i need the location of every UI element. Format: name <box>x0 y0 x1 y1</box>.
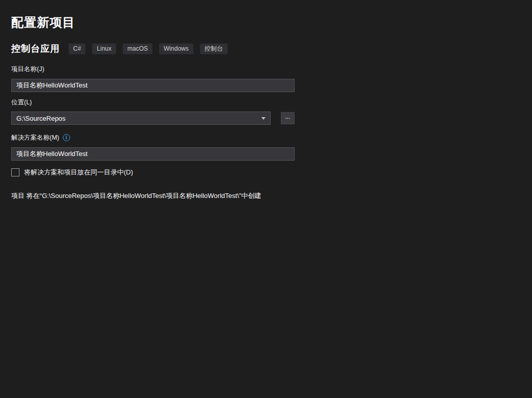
tag-windows: Windows <box>159 43 193 54</box>
location-combobox-value: G:\SourceRepos <box>16 115 65 122</box>
template-name: 控制台应用 <box>11 43 60 54</box>
location-row: G:\SourceRepos ... <box>11 112 295 125</box>
tag-console: 控制台 <box>200 43 228 54</box>
template-tag-list: C# Linux macOS Windows 控制台 <box>69 43 228 54</box>
page-title: 配置新项目 <box>11 15 532 30</box>
browse-location-button[interactable]: ... <box>281 112 295 124</box>
project-name-input[interactable] <box>11 79 295 92</box>
project-name-label: 项目名称(J) <box>11 65 295 73</box>
location-label: 位置(L) <box>11 99 295 106</box>
chevron-down-icon <box>261 117 265 120</box>
template-header: 控制台应用 C# Linux macOS Windows 控制台 <box>11 43 532 54</box>
location-group: 位置(L) G:\SourceRepos ... <box>11 99 295 125</box>
solution-name-group: 解决方案名称(M) i <box>11 134 295 161</box>
same-directory-checkbox-label[interactable]: 将解决方案和项目放在同一目录中(D) <box>24 168 133 177</box>
project-name-group: 项目名称(J) <box>11 65 295 92</box>
info-icon[interactable]: i <box>63 134 70 141</box>
location-combobox[interactable]: G:\SourceRepos <box>11 112 271 125</box>
tag-macos: macOS <box>123 43 152 54</box>
same-directory-checkbox[interactable] <box>11 168 19 176</box>
solution-name-label-row: 解决方案名称(M) i <box>11 134 295 141</box>
solution-name-input[interactable] <box>11 147 295 161</box>
solution-name-label: 解决方案名称(M) <box>11 134 59 141</box>
tag-linux: Linux <box>92 43 116 54</box>
same-directory-row: 将解决方案和项目放在同一目录中(D) <box>11 168 532 177</box>
project-create-path-text: 项目 将在“G:\SourceRepos\项目名称HelloWorldTest\… <box>11 192 532 200</box>
tag-csharp: C# <box>69 43 85 54</box>
configure-project-page: 配置新项目 控制台应用 C# Linux macOS Windows 控制台 项… <box>0 0 532 200</box>
